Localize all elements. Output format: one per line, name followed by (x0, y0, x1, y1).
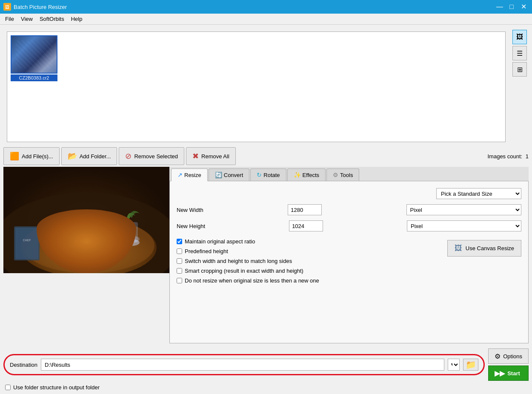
menu-help[interactable]: Help (68, 14, 86, 24)
options-button[interactable]: ⚙ Options (488, 348, 529, 364)
menubar: File View SoftOrbits Help (0, 14, 532, 25)
add-files-button[interactable]: 🟧 Add File(s)... (3, 147, 60, 165)
smart-crop-checkbox[interactable] (177, 268, 182, 274)
tools-tab-icon: ⚙ (333, 171, 338, 178)
close-button[interactable]: ✕ (518, 3, 529, 11)
resize-tab-icon: ↗ (177, 171, 183, 178)
svg-point-11 (63, 234, 85, 248)
main-content: CZ2B0383.cr2 🖼 ☰ ⊞ 🟧 Add File(s)... 📂 Ad… (0, 25, 532, 394)
start-button[interactable]: ▶▶ Start (488, 365, 529, 381)
list-view-button[interactable]: ☰ (512, 46, 527, 60)
thumbnail-view-button[interactable]: 🖼 (512, 30, 527, 44)
new-height-label: New Height (177, 223, 286, 229)
remove-all-label: Remove All (201, 153, 229, 160)
width-input[interactable] (288, 204, 322, 215)
image-list-inner: CZ2B0383.cr2 (7, 32, 505, 142)
use-folder-checkbox[interactable] (5, 385, 11, 390)
list-view-icon: ☰ (517, 49, 523, 57)
add-folder-button[interactable]: 📂 Add Folder... (61, 147, 117, 165)
svg-line-15 (106, 231, 114, 260)
options-gear-icon: ⚙ (495, 352, 501, 360)
destination-label: Destination (10, 362, 37, 368)
canvas-resize-label: Use Canvas Resize (466, 245, 514, 251)
svg-point-10 (123, 239, 140, 246)
canvas-resize-button[interactable]: 🖼 Use Canvas Resize (447, 240, 521, 257)
smart-crop-row: Smart cropping (result in exact width an… (177, 268, 439, 274)
maintain-aspect-checkbox[interactable] (177, 239, 182, 244)
add-folder-label: Add Folder... (80, 153, 111, 160)
use-folder-label[interactable]: Use folder structure in output folder (13, 384, 100, 391)
menu-file[interactable]: File (2, 14, 17, 24)
tab-resize[interactable]: ↗ Resize (171, 168, 208, 181)
maintain-aspect-label[interactable]: Maintain original aspect ratio (185, 238, 255, 245)
remove-all-button[interactable]: ✖ Remove All (186, 147, 236, 165)
window-controls: — □ ✕ (495, 3, 529, 11)
destination-input[interactable] (41, 359, 444, 371)
standard-size-row: Pick a Standard Size (177, 188, 521, 199)
thumbnail-view-icon: 🖼 (516, 33, 523, 41)
no-resize-label[interactable]: Do not resize when original size is less… (185, 277, 319, 284)
tab-tools-label: Tools (340, 172, 353, 178)
browse-button[interactable]: 📁 (463, 359, 478, 371)
height-unit-select[interactable]: Pixel Percent Inch CM (407, 220, 521, 231)
svg-rect-9 (124, 222, 138, 243)
canvas-resize-icon: 🖼 (455, 244, 462, 253)
add-files-icon: 🟧 (10, 151, 19, 161)
switch-wh-label[interactable]: Switch width and height to match long si… (185, 258, 292, 264)
minimize-button[interactable]: — (495, 3, 505, 11)
svg-rect-13 (15, 228, 38, 259)
svg-point-4 (48, 235, 95, 265)
switch-wh-checkbox[interactable] (177, 258, 182, 264)
preview-image: CHEF (3, 167, 169, 273)
standard-size-select[interactable]: Pick a Standard Size (436, 188, 521, 199)
browse-icon: 📁 (466, 360, 476, 370)
height-input[interactable] (289, 220, 323, 231)
image-list-area: CZ2B0383.cr2 (7, 31, 506, 142)
convert-tab-icon: 🔄 (215, 171, 222, 178)
image-thumbnail[interactable]: CZ2B0383.cr2 (11, 35, 57, 81)
bottom-section: CHEF ↗ Resize 🔄 Convert ↻ (0, 167, 532, 347)
thumbnail-image (11, 35, 57, 74)
grid-view-button[interactable]: ⊞ (512, 62, 527, 77)
effects-tab-icon: ✨ (294, 171, 301, 178)
tab-effects-label: Effects (303, 172, 320, 178)
svg-point-16 (103, 226, 108, 234)
svg-text:CHEF: CHEF (23, 239, 31, 242)
preview-panel: CHEF (3, 167, 169, 343)
predefined-height-checkbox[interactable] (177, 248, 182, 254)
tab-convert-label: Convert (224, 172, 243, 178)
start-label: Start (507, 370, 520, 377)
svg-point-5 (57, 239, 73, 254)
remove-selected-button[interactable]: ⊘ Remove Selected (119, 147, 184, 165)
predefined-height-label[interactable]: Predefined height (185, 248, 228, 254)
tab-effects[interactable]: ✨ Effects (287, 168, 326, 181)
app-title: Batch Picture Resizer (14, 4, 67, 10)
tab-convert[interactable]: 🔄 Convert (209, 168, 250, 181)
destination-section: Destination ▼ 📁 (3, 354, 485, 375)
width-unit-select[interactable]: Pixel Percent Inch CM (406, 204, 521, 215)
add-folder-icon: 📂 (68, 151, 77, 161)
add-files-label: Add File(s)... (22, 153, 53, 160)
menu-view[interactable]: View (17, 14, 36, 24)
app-icon: 🖼 (3, 3, 11, 11)
no-resize-row: Do not resize when original size is less… (177, 277, 439, 284)
images-count-label: Images count: (487, 153, 522, 160)
smart-crop-label[interactable]: Smart cropping (result in exact width an… (185, 268, 303, 274)
start-arrow-icon: ▶▶ (495, 369, 505, 377)
tabs-bar: ↗ Resize 🔄 Convert ↻ Rotate ✨ Effects ⚙ (169, 167, 529, 181)
tab-rotate-label: Rotate (263, 172, 280, 178)
maximize-button[interactable]: □ (506, 3, 517, 11)
remove-all-icon: ✖ (192, 151, 199, 161)
tab-content-resize: Pick a Standard Size New Width Pixel Per… (169, 181, 529, 343)
tab-tools[interactable]: ⚙ Tools (326, 168, 359, 181)
remove-selected-label: Remove Selected (134, 153, 178, 160)
titlebar-left: 🖼 Batch Picture Resizer (3, 3, 67, 11)
preview-svg: CHEF (3, 167, 169, 273)
tab-rotate[interactable]: ↻ Rotate (250, 168, 286, 181)
svg-point-7 (77, 243, 87, 253)
menu-softorbits[interactable]: SoftOrbits (36, 14, 68, 24)
no-resize-checkbox[interactable] (177, 278, 182, 283)
thumbnail-label: CZ2B0383.cr2 (11, 74, 57, 81)
destination-dropdown[interactable]: ▼ (448, 359, 460, 371)
switch-wh-row: Switch width and height to match long si… (177, 258, 439, 264)
